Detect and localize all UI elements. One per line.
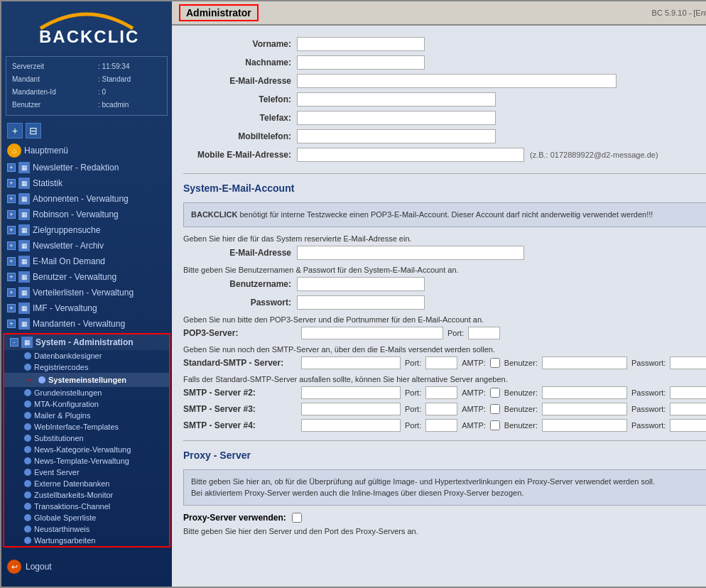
nachname-input[interactable] [297, 55, 425, 70]
smtp-port-input[interactable] [425, 356, 457, 369]
expand-icon-imf[interactable]: + [7, 304, 16, 312]
expand-icon-mandanten[interactable]: + [7, 320, 16, 328]
passwort-row: Passwort: [183, 295, 706, 310]
sidebar-item-abonnenten[interactable]: + ▦ Abonnenten - Verwaltung [1, 191, 172, 207]
sub-nav-mta-konfiguration[interactable]: MTA-Konfiguration [4, 398, 169, 410]
expand-icon-zielgruppensuche[interactable]: + [7, 226, 16, 234]
mandant-label: Mandant [12, 74, 97, 85]
expand-icon-newsletter-archiv[interactable]: + [7, 241, 16, 250]
sidebar-item-newsletter-redaktion[interactable]: + ▦ Newsletter - Redaktion [1, 160, 172, 175]
smtp4-benutzer-input[interactable] [542, 419, 627, 432]
pop3-server-input[interactable] [301, 327, 443, 339]
dot-zustellbarkeits-monitor [24, 491, 31, 499]
expand-icon-email-on-demand[interactable]: + [7, 257, 16, 266]
sub-nav-webinterface-templates[interactable]: WebInterface-Templates [4, 421, 169, 432]
vorname-input[interactable] [297, 37, 425, 51]
sub-nav-globale-sperrliste[interactable]: Globale Sperrliste [4, 512, 169, 523]
smtp3-amtp-checkbox[interactable] [490, 404, 500, 414]
expand-all-button[interactable]: + [7, 123, 23, 138]
email-input[interactable] [297, 74, 617, 88]
sidebar-item-benutzer[interactable]: + ▦ Benutzer - Verwaltung [1, 269, 172, 285]
smtp3-passwort-label: Passwort: [631, 405, 666, 413]
sub-nav-event-server[interactable]: Event Server [4, 467, 169, 478]
standard-smtp-label: Standard-SMTP - Server: [183, 358, 297, 368]
sidebar-item-statistik[interactable]: + ▦ Statistik [1, 175, 172, 191]
smtp-amtp-label: AMTP: [462, 359, 486, 367]
webinterface-templates-label: WebInterface-Templates [34, 423, 119, 431]
serverzeit-label: Serverzeit [12, 61, 97, 72]
sidebar-item-mandanten[interactable]: + ▦ Mandanten - Verwaltung [1, 316, 172, 332]
serverzeit-value: : 11:59:34 [98, 61, 161, 72]
smtp4-passwort-label: Passwort: [631, 421, 666, 430]
sub-nav-grundeinstellungen[interactable]: Grundeinstellungen [4, 387, 169, 398]
neustarthinweis-label: Neustarthinweis [34, 525, 89, 533]
smtp4-passwort-input[interactable] [670, 419, 706, 432]
smtp3-passwort-input[interactable] [670, 403, 706, 415]
standard-smtp-input[interactable] [301, 356, 401, 369]
telefon-input[interactable] [297, 92, 496, 107]
mobiltelefon-input[interactable] [297, 129, 496, 143]
expand-icon-verteilerlisten[interactable]: + [7, 288, 16, 297]
expand-icon-statistik[interactable]: + [7, 179, 16, 187]
benutzer-label-nav: Benutzer - Verwaltung [33, 272, 116, 282]
passwort-input[interactable] [297, 295, 425, 310]
alt-smtp-sub-label: Falls der Standard-SMTP-Server ausfallen… [183, 375, 706, 383]
smtp3-input[interactable] [301, 403, 401, 415]
sub-nav-transaktions-channel[interactable]: Transaktions-Channel [4, 501, 169, 512]
proxy-verwenden-checkbox[interactable] [292, 513, 302, 523]
mobile-email-input[interactable] [297, 148, 524, 162]
sub-nav-wartungsarbeiten[interactable]: Wartungsarbeiten [4, 535, 169, 546]
smtp4-port-input[interactable] [425, 419, 457, 432]
sidebar-item-zielgruppensuche[interactable]: + ▦ Zielgruppensuche [1, 222, 172, 238]
system-email-address-input[interactable] [297, 246, 524, 260]
smtp4-input[interactable] [301, 419, 401, 432]
smtp4-amtp-checkbox[interactable] [490, 420, 500, 430]
smtp2-port-input[interactable] [425, 386, 457, 399]
dot-mailer-plugins [24, 412, 31, 419]
telefax-input[interactable] [297, 111, 496, 125]
smtp3-label: SMTP - Server #3: [183, 404, 297, 414]
smtp3-benutzer-input[interactable] [542, 403, 627, 415]
expand-icon-abonnenten[interactable]: + [7, 195, 16, 203]
sidebar-item-imf[interactable]: + ▦ IMF - Verwaltung [1, 300, 172, 316]
dot-systemeinstellungen [38, 376, 45, 383]
smtp2-amtp-checkbox[interactable] [490, 388, 500, 398]
sub-nav-news-template[interactable]: News-Template-Verwaltung [4, 455, 169, 467]
sub-nav-externe-datenbanken[interactable]: Externe Datenbanken [4, 478, 169, 489]
smtp-passwort-input[interactable] [670, 356, 706, 369]
smtp2-benutzer-input[interactable] [542, 386, 627, 399]
sub-nav-systemeinstellungen[interactable]: → Systemeinstellungen [4, 373, 169, 387]
sidebar-item-robinson[interactable]: + ▦ Robinson - Verwaltung [1, 207, 172, 222]
sidebar-item-verteilerlisten[interactable]: + ▦ Verteilerlisten - Verwaltung [1, 285, 172, 300]
sidebar-item-hauptmenu[interactable]: ⌂ Hauptmenü [1, 141, 172, 160]
smtp2-amtp-label: AMTP: [462, 388, 486, 397]
smtp3-port-input[interactable] [425, 403, 457, 415]
sub-nav-datenbankdesigner[interactable]: Datenbankdesigner [4, 350, 169, 361]
logout-button[interactable]: ↩ Logout [7, 557, 166, 576]
sub-nav-mailer-plugins[interactable]: Mailer & Plugins [4, 410, 169, 421]
externe-datenbanken-label: Externe Datenbanken [34, 479, 109, 488]
smtp2-passwort-input[interactable] [670, 386, 706, 399]
dot-grundeinstellungen [24, 389, 31, 396]
sub-nav-registriercodes[interactable]: Registriercodes [4, 361, 169, 373]
benutzername-input[interactable] [297, 277, 425, 291]
sub-nav-news-kategorie[interactable]: News-Kategorie-Verwaltung [4, 444, 169, 455]
expand-icon-benutzer[interactable]: + [7, 273, 16, 281]
smtp-amtp-checkbox[interactable] [490, 358, 500, 368]
dot-registriercodes [24, 364, 31, 371]
collapse-all-button[interactable]: ⊟ [26, 123, 41, 138]
expand-icon-system-admin[interactable]: - [10, 338, 18, 347]
smtp2-input[interactable] [301, 386, 401, 399]
sidebar-item-email-on-demand[interactable]: + ▦ E-Mail On Demand [1, 254, 172, 269]
pop3-port-input[interactable] [468, 327, 500, 339]
smtp-benutzer-input[interactable] [542, 356, 627, 369]
expand-icon-newsletter-redaktion[interactable]: + [7, 163, 16, 172]
sub-nav-substitutionen[interactable]: Substitutionen [4, 432, 169, 444]
sub-nav-zustellbarkeits-monitor[interactable]: Zustellbarkeits-Monitor [4, 489, 169, 501]
email-on-demand-label: E-Mail On Demand [33, 256, 105, 266]
sub-nav-neustarthinweis[interactable]: Neustarthinweis [4, 523, 169, 535]
pop3-row: POP3-Server: Port: [183, 327, 706, 339]
sidebar-item-system-administration[interactable]: - ▦ System - Administration [4, 334, 169, 350]
expand-icon-robinson[interactable]: + [7, 210, 16, 219]
sidebar-item-newsletter-archiv[interactable]: + ▦ Newsletter - Archiv [1, 238, 172, 254]
